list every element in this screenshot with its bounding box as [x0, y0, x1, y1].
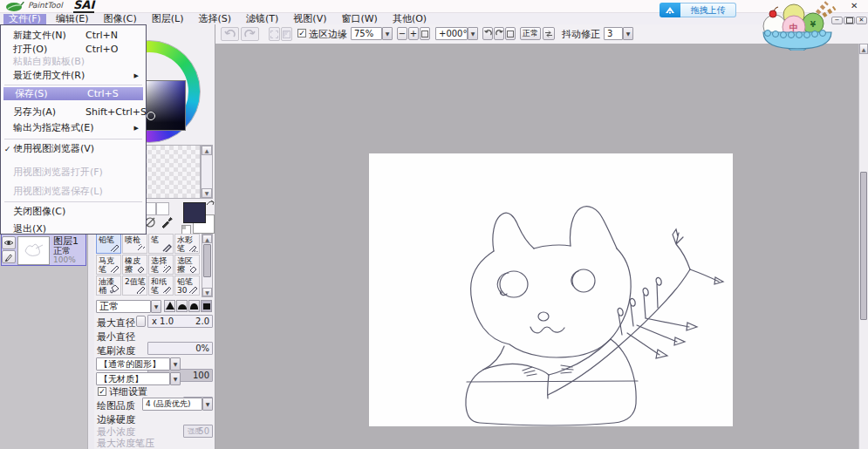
menu-edit[interactable]: 编辑(E) — [51, 14, 94, 24]
menu-filter[interactable]: 滤镜(T) — [241, 14, 284, 24]
menu-item-export-format[interactable]: 输出为指定格式(E) ▶ — [2, 121, 145, 134]
brush-pencil30[interactable]: 铅笔30 — [174, 276, 200, 296]
window-close-icon[interactable]: ✕ — [851, 1, 858, 10]
brush-shape-select[interactable]: 【通常的圆形】 — [96, 357, 170, 371]
menu-item-close-image[interactable]: 关闭图像(C) — [2, 205, 145, 218]
brush-watercolor[interactable]: 水彩笔 — [174, 234, 200, 254]
color-chip-2[interactable] — [156, 202, 169, 215]
menu-item-exit[interactable]: 退出(X) — [2, 222, 145, 235]
blend-mode-dropdown-button[interactable]: ▼ — [151, 300, 161, 313]
layer-item[interactable]: 图层1 正常 100% — [1, 234, 86, 266]
advanced-settings-checkbox[interactable]: ✓ — [98, 387, 106, 396]
zoom-reset-button[interactable] — [420, 27, 430, 40]
eyedropper-button[interactable] — [161, 215, 174, 228]
mdi-restore-button[interactable] — [844, 17, 855, 24]
pen-icon — [4, 253, 13, 262]
zoom-dropdown-button[interactable]: ▼ — [382, 27, 393, 40]
normal-view-button[interactable]: 正常 — [520, 27, 541, 40]
menu-view[interactable]: 视图(V) — [288, 14, 331, 24]
sv-selector[interactable] — [147, 112, 155, 120]
menu-item-paste-from-clipboard[interactable]: 粘贴自剪贴板(B) — [2, 55, 145, 68]
menu-file[interactable]: 文件(F) — [3, 14, 46, 24]
swap-colors-icon[interactable] — [206, 199, 215, 207]
scroll-thumb[interactable] — [860, 172, 867, 320]
scroll-thumb[interactable] — [203, 244, 211, 277]
brush-bucket[interactable]: 油漆桶 — [96, 276, 121, 296]
menu-item-save-as[interactable]: 另存为(A) Shift+Ctrl+S — [2, 105, 145, 119]
jitter-dropdown-button[interactable]: ▼ — [623, 27, 633, 40]
zoom-out-button[interactable]: − — [397, 27, 407, 40]
brush-texture-dropdown-button[interactable]: ▼ — [170, 372, 181, 385]
redo-button[interactable] — [241, 27, 259, 41]
scroll-up-icon[interactable]: ▲ — [859, 44, 868, 54]
menu-image[interactable]: 图像(C) — [98, 14, 141, 24]
scroll-up-icon[interactable]: ▲ — [202, 146, 212, 155]
zoom-in-button[interactable]: + — [408, 27, 419, 40]
layer-visibility-button[interactable] — [2, 236, 16, 249]
scroll-down-icon[interactable]: ▼ — [202, 188, 212, 198]
brush-texture-select[interactable]: 【无材质】 — [96, 372, 170, 385]
angle-input[interactable]: +000° — [435, 27, 468, 40]
canvas[interactable] — [369, 153, 733, 426]
menu-item-recent-files[interactable]: 最近使用文件(R) ▶ — [2, 69, 145, 82]
menu-item-save-with-view-browser[interactable]: 用视图浏览器保存(L) — [2, 185, 145, 198]
selection-edge-checkbox[interactable]: ✓ — [297, 29, 306, 37]
brush-select-eraser[interactable]: 选区擦 — [174, 255, 200, 275]
rotate-cw-button[interactable] — [494, 27, 504, 40]
brush-washi-pen[interactable]: 和纸笔 — [148, 276, 174, 296]
jitter-correction-input[interactable]: 3 — [604, 27, 623, 40]
menu-others[interactable]: 其他(O) — [387, 14, 432, 24]
brush-edge-shape-dome[interactable] — [188, 300, 200, 312]
texture-strength-slider[interactable]: 强度 50 — [183, 425, 213, 438]
angle-dropdown-button[interactable]: ▼ — [468, 27, 478, 40]
ice-cream-decoration: ¥ 中 — [761, 0, 837, 51]
mdi-close-button[interactable]: ✕ — [856, 17, 867, 24]
brush-pencil[interactable]: 铅笔 — [96, 234, 121, 254]
zoom-level-input[interactable]: 75% — [351, 27, 382, 40]
max-diameter-slider[interactable]: x 1.0 2.0 — [147, 315, 213, 328]
menu-window[interactable]: 窗口(W) — [336, 14, 382, 24]
deselect-button[interactable] — [269, 27, 280, 41]
undo-button[interactable] — [221, 27, 239, 41]
drag-upload-widget[interactable]: 拖拽上传 — [660, 3, 736, 17]
min-diameter-label: 最小直径 — [97, 330, 135, 344]
scratchpad-scrollbar[interactable]: ▲ ▼ — [201, 145, 213, 199]
menu-layer[interactable]: 图层(L) — [147, 14, 189, 24]
blend-mode-select[interactable]: 正常 — [96, 300, 151, 313]
flip-horizontal-button[interactable] — [543, 27, 555, 40]
brush-edge-shape-square[interactable] — [201, 300, 212, 312]
diameter-unit-button[interactable] — [136, 316, 146, 327]
menu-item-use-view-browser[interactable]: ✓ 使用视图浏览器(V) — [2, 142, 145, 155]
min-diameter-slider[interactable]: 0% — [147, 342, 213, 355]
quality-select[interactable]: 4 (品质优先) — [142, 398, 202, 411]
brush-shape-dropdown-button[interactable]: ▼ — [170, 357, 181, 371]
brush-binary-pen[interactable]: 2值笔 — [122, 276, 147, 296]
menu-item-open-with-view-browser[interactable]: 用视图浏览器打开(F) — [2, 166, 145, 179]
menu-select[interactable]: 选择(S) — [193, 14, 236, 24]
brush-eraser[interactable]: 橡皮擦 — [122, 255, 147, 275]
brush-pen[interactable]: 笔 — [148, 234, 174, 254]
brush-marker[interactable]: 马克笔 — [96, 255, 121, 275]
invert-selection-button[interactable] — [281, 27, 292, 41]
foreground-color-swatch[interactable] — [183, 202, 206, 223]
brush-edge-shape-round[interactable] — [176, 300, 188, 312]
drag-upload-button[interactable]: 拖拽上传 — [680, 3, 736, 17]
saturation-value-square[interactable] — [145, 80, 186, 131]
menu-item-save[interactable]: 保存(S) Ctrl+S — [3, 87, 143, 100]
angle-reset-button[interactable] — [505, 27, 516, 40]
quality-dropdown-button[interactable]: ▼ — [202, 398, 213, 411]
layer-edit-button[interactable] — [2, 250, 16, 263]
brush-edge-shape-spike[interactable] — [164, 300, 175, 312]
workspace-vertical-scrollbar[interactable]: ▲ — [858, 44, 868, 449]
menu-item-new-file[interactable]: 新建文件(N) Ctrl+N — [2, 29, 145, 42]
pink-ball-text: 中 — [789, 23, 798, 32]
max-diameter-label: 最大直径 — [97, 316, 135, 330]
scroll-up-icon[interactable]: ▲ — [202, 235, 212, 243]
scroll-down-icon[interactable]: ▼ — [202, 288, 212, 296]
brush-select-pen[interactable]: 选择笔 — [148, 255, 174, 275]
menu-item-open[interactable]: 打开(O) Ctrl+O — [2, 43, 145, 56]
brush-airbrush[interactable]: 喷枪 — [122, 234, 147, 254]
brush-grid-scrollbar[interactable]: ▲ ▼ — [202, 234, 213, 297]
rotate-ccw-button[interactable] — [482, 27, 493, 40]
file-menu-dropdown: 新建文件(N) Ctrl+N 打开(O) Ctrl+O 粘贴自剪贴板(B) 最近… — [0, 24, 147, 235]
